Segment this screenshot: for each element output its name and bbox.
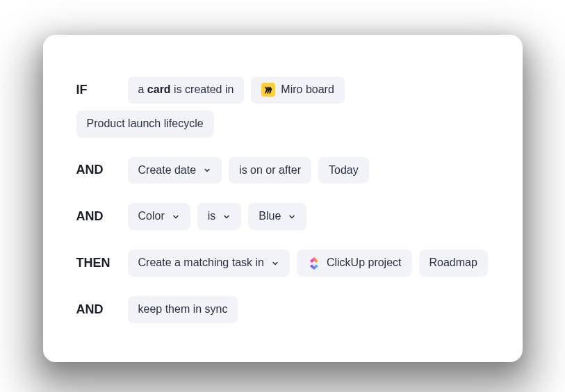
keyword-and: AND	[76, 163, 121, 177]
keyword-and: AND	[76, 302, 121, 317]
source-name-label: Product launch lifecycle	[87, 117, 204, 131]
chevron-down-icon	[203, 166, 211, 174]
action-pill[interactable]: keep them in sync	[128, 296, 238, 323]
rule-row-and-1: AND Create date is on or after Today	[76, 157, 489, 184]
field-pill[interactable]: Create date	[128, 157, 222, 184]
target-app-pill[interactable]: ClickUp project	[297, 250, 412, 277]
chevron-down-icon	[172, 213, 180, 221]
chevron-down-icon	[222, 213, 231, 221]
miro-icon	[261, 83, 275, 97]
chevron-down-icon	[288, 213, 296, 221]
target-name-label: Roadmap	[429, 256, 477, 270]
rule-row-and-3: AND keep them in sync	[76, 296, 489, 323]
target-app-label: ClickUp project	[327, 256, 402, 270]
field-label: Create date	[138, 163, 197, 178]
chevron-down-icon	[271, 259, 279, 268]
keyword-then: THEN	[76, 256, 121, 270]
operator-pill[interactable]: is	[197, 203, 242, 230]
target-name-pill[interactable]: Roadmap	[419, 250, 488, 277]
rule-row-and-2: AND Color is Blue	[76, 203, 489, 230]
keyword-if: IF	[76, 83, 121, 97]
rule-card: IF a card is created in Miro board Produ…	[43, 35, 523, 362]
action-pill[interactable]: Create a matching task in	[128, 250, 290, 277]
action-label: Create a matching task in	[138, 256, 264, 270]
operator-label: is on or after	[239, 163, 301, 178]
trigger-pill[interactable]: a card is created in	[128, 76, 245, 104]
keyword-and: AND	[76, 209, 121, 224]
trigger-text: a card is created in	[138, 83, 234, 97]
clickup-icon	[307, 256, 321, 270]
operator-label: is	[208, 209, 216, 224]
value-pill[interactable]: Today	[318, 157, 369, 184]
source-app-label: Miro board	[281, 83, 334, 97]
action-label: keep them in sync	[138, 302, 228, 317]
source-name-pill[interactable]: Product launch lifecycle	[76, 111, 214, 138]
value-pill[interactable]: Blue	[248, 203, 306, 230]
value-label: Blue	[259, 209, 281, 224]
value-label: Today	[329, 163, 359, 178]
operator-pill[interactable]: is on or after	[229, 157, 311, 184]
source-app-pill[interactable]: Miro board	[251, 76, 344, 104]
field-pill[interactable]: Color	[128, 203, 190, 230]
field-label: Color	[138, 209, 165, 224]
rule-row-if: IF a card is created in Miro board Produ…	[76, 76, 489, 138]
rule-row-then: THEN Create a matching task in ClickUp p…	[76, 250, 489, 277]
